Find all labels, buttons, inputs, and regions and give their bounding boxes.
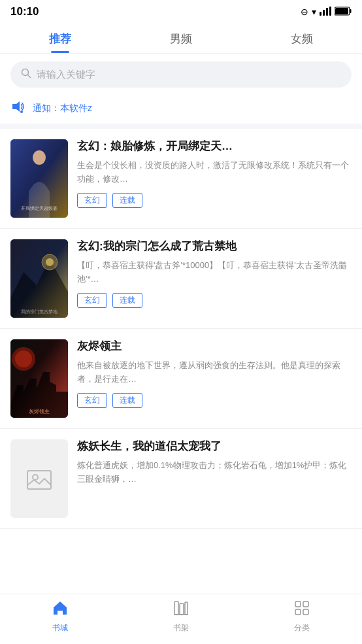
nav-bookshelf-label: 书架 [173,622,189,634]
svg-rect-3 [329,7,331,16]
tab-male[interactable]: 男频 [157,26,205,53]
book-item[interactable]: 我的宗门荒古禁地 玄幻:我的宗门怎么成了荒古禁地 【叮，恭喜宿主获得'盘古斧'*… [0,229,362,329]
svg-text:灰烬领主: 灰烬领主 [29,409,50,415]
book-cover [10,439,68,518]
svg-rect-24 [174,602,178,615]
section-divider [0,124,362,129]
svg-rect-28 [295,602,301,607]
svg-line-8 [28,75,31,78]
svg-rect-5 [335,8,348,14]
svg-text:开局绑定天超级婆: 开局绑定天超级婆 [21,206,58,211]
search-bar[interactable]: 请输入关键字 [10,61,352,88]
tag-genre: 玄幻 [77,193,107,208]
bottom-nav: 书城 书架 分类 [0,594,362,644]
svg-point-16 [46,258,54,266]
book-desc: 他来自被放逐的地下世界，遵从弱肉强食的生存法则。他是真理的探索者，是行走在… [77,359,352,386]
svg-text:我的宗门荒古禁地: 我的宗门荒古禁地 [21,309,58,314]
book-desc: 【叮，恭喜宿主获得'盘古斧'*10000】【叮，恭喜宿主获得'太古圣帝洗髓池'*… [77,259,352,286]
tag-status: 连载 [112,193,142,208]
book-item[interactable]: 炼妖长生，我的道侣太宠我了 炼化普通虎妖，增加0.1%物理攻击力；炼化岩石龟，增… [0,429,362,529]
tag-genre: 玄幻 [77,393,107,408]
status-time: 10:10 [10,5,39,18]
svg-rect-29 [303,602,308,607]
do-not-disturb-icon: ⊖ [301,7,308,17]
bookshelf-icon [173,600,189,620]
book-cover: 我的宗门荒古禁地 [10,239,68,318]
book-info: 灰烬领主 他来自被放逐的地下世界，遵从弱肉强食的生存法则。他是真理的探索者，是行… [77,339,352,408]
status-icons: ⊖ ▾ [301,7,352,18]
svg-rect-1 [323,10,325,16]
svg-rect-25 [180,603,184,615]
svg-point-23 [33,475,38,480]
tag-genre: 玄幻 [77,293,107,308]
svg-marker-9 [12,101,20,112]
book-item[interactable]: 开局绑定天超级婆 玄幻：娘胎修炼，开局绑定天… 生会是个没长相，没资质的路人时，… [0,129,362,229]
book-cover: 灰烬领主 [10,339,68,418]
signal-icon [320,7,331,18]
status-bar: 10:10 ⊖ ▾ [0,0,362,21]
book-tags: 玄幻 连载 [77,293,352,308]
book-title: 炼妖长生，我的道侣太宠我了 [77,439,352,454]
svg-rect-22 [27,471,51,489]
speaker-icon [10,99,25,117]
svg-point-20 [15,350,32,367]
home-icon [52,600,69,620]
search-placeholder: 请输入关键字 [37,69,95,81]
svg-rect-6 [350,9,352,13]
book-info: 玄幻：娘胎修炼，开局绑定天… 生会是个没长相，没资质的路人时，激活了无限修改系统… [77,139,352,208]
notice-bar: 通知：本软件z [0,95,362,121]
nav-bookshelf[interactable]: 书架 [161,600,201,634]
notice-text: 通知：本软件z [33,103,92,114]
wifi-icon: ▾ [312,7,316,17]
book-item[interactable]: 灰烬领主 灰烬领主 他来自被放逐的地下世界，遵从弱肉强食的生存法则。他是真理的探… [0,329,362,429]
book-info: 玄幻:我的宗门怎么成了荒古禁地 【叮，恭喜宿主获得'盘古斧'*10000】【叮，… [77,239,352,308]
book-cover: 开局绑定天超级婆 [10,139,68,218]
battery-icon [335,7,352,18]
book-title: 灰烬领主 [77,339,352,354]
book-tags: 玄幻 连载 [77,193,352,208]
search-icon [21,68,31,81]
tag-status: 连载 [112,293,142,308]
tab-recommend[interactable]: 推荐 [36,26,84,53]
svg-rect-2 [326,8,328,16]
nav-bookstore-label: 书城 [52,622,68,634]
svg-rect-30 [295,609,301,615]
main-content: 请输入关键字 通知：本软件z [0,61,362,581]
book-title: 玄幻：娘胎修炼，开局绑定天… [77,139,352,154]
nav-bookstore[interactable]: 书城 [41,600,80,634]
book-title: 玄幻:我的宗门怎么成了荒古禁地 [77,239,352,254]
svg-rect-0 [320,12,321,16]
svg-point-10 [20,110,23,113]
book-info: 炼妖长生，我的道侣太宠我了 炼化普通虎妖，增加0.1%物理攻击力；炼化岩石龟，增… [77,439,352,493]
svg-point-12 [33,150,46,165]
book-desc: 生会是个没长相，没资质的路人时，激活了无限修改系统！系统只有一个功能，修改… [77,159,352,186]
book-tags: 玄幻 连载 [77,393,352,408]
book-list: 开局绑定天超级婆 玄幻：娘胎修炼，开局绑定天… 生会是个没长相，没资质的路人时，… [0,129,362,529]
svg-rect-26 [185,602,188,615]
tab-female[interactable]: 女频 [278,26,326,53]
book-desc: 炼化普通虎妖，增加0.1%物理攻击力；炼化岩石龟，增加1%护甲；炼化三眼金睛狮，… [77,459,352,486]
nav-category[interactable]: 分类 [282,600,321,634]
top-tabs: 推荐 男频 女频 [0,21,362,54]
nav-category-label: 分类 [294,622,310,634]
tag-status: 连载 [112,393,142,408]
svg-rect-31 [303,609,308,615]
category-icon [293,600,310,620]
